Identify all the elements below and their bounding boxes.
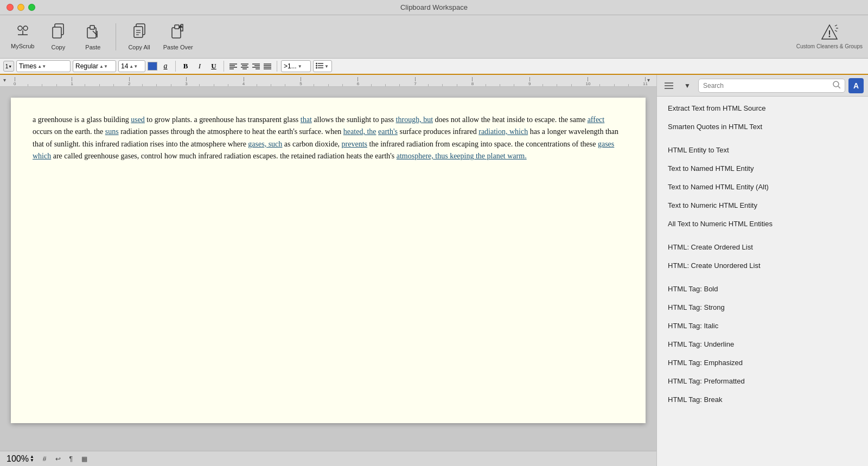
document-link[interactable]: used [131, 116, 145, 124]
panel-list-item-html-tag-preformatted[interactable]: HTML Tag: Preformatted [659, 372, 866, 390]
copy-all-button[interactable]: Copy All [123, 20, 155, 54]
document-link[interactable]: through, but [396, 116, 433, 124]
return-icon: ↩ [55, 455, 61, 463]
panel-menu-button[interactable] [661, 78, 676, 93]
more-options-label: >1... [284, 62, 297, 70]
ruler-tick: 0 [14, 77, 16, 86]
align-center-button[interactable] [239, 60, 250, 72]
list-num-btn[interactable]: 1 ▼ [3, 61, 14, 72]
more-chevron: ▼ [298, 64, 302, 69]
paste-over-icon [171, 23, 185, 43]
ruler-tick: 3 [185, 77, 187, 86]
copy-all-label: Copy All [128, 44, 150, 50]
ruler-tick: 10 [586, 77, 591, 86]
paragraph-icon: ¶ [69, 455, 73, 463]
panel-list-item-text-to-numeric-html[interactable]: Text to Numeric HTML Entity [659, 196, 866, 214]
ruler: ▾ ▾ 01234567891011 [0, 75, 656, 87]
document-link[interactable]: atmosphere, thus keeping the planet warm… [397, 152, 527, 160]
document-link[interactable]: radiation, which [478, 127, 528, 136]
panel-list-item-html-tag-break[interactable]: HTML Tag: Break [659, 391, 866, 408]
color-swatch[interactable] [148, 62, 157, 71]
paste-over-button[interactable]: Paste Over [158, 20, 199, 54]
panel-list-item-all-text-to-numeric[interactable]: All Text to Numeric HTML Entities [659, 215, 866, 233]
svg-rect-11 [134, 27, 143, 37]
document-link[interactable]: heated, the [343, 127, 376, 136]
format-sep-1 [175, 61, 176, 72]
search-icon[interactable] [833, 81, 840, 90]
panel-list-item-text-to-named-html[interactable]: Text to Named HTML Entity [659, 159, 866, 177]
panel-list-item-extract-text-html[interactable]: Extract Text from HTML Source [659, 99, 866, 117]
paste-icon [86, 23, 99, 43]
hash-button[interactable]: # [43, 455, 47, 463]
list-num-chevron: ▼ [8, 65, 12, 68]
list-select[interactable]: ▼ [313, 60, 332, 72]
bold-button[interactable]: B [180, 60, 192, 72]
panel-list-item-smarten-quotes[interactable]: Smarten Quotes in HTML Text [659, 118, 866, 136]
copy-all-icon [132, 23, 147, 43]
document-link[interactable]: suns [105, 127, 119, 136]
ruler-left-triangle: ▾ [3, 77, 6, 83]
ruler-tick: 7 [414, 77, 416, 86]
align-left-button[interactable] [228, 60, 239, 72]
size-chevron: ▲▼ [129, 64, 138, 69]
document-link[interactable]: gases, such [248, 140, 282, 148]
document-link[interactable]: that [301, 116, 312, 124]
panel-a-button[interactable]: A [848, 78, 864, 93]
panel-list-item-html-unordered-list[interactable]: HTML: Create Unordered List [659, 257, 866, 275]
zoom-control[interactable]: 100% ▲▼ [7, 454, 34, 464]
svg-point-1 [23, 26, 28, 30]
panel-list-item-html-tag-strong[interactable]: HTML Tag: Strong [659, 298, 866, 316]
list-chevron: ▼ [324, 64, 329, 69]
panel-list-item-html-tag-emphasized[interactable]: HTML Tag: Emphasized [659, 354, 866, 372]
more-options-select[interactable]: >1... ▼ [281, 60, 311, 72]
svg-line-8 [93, 31, 97, 35]
document-text-span: the infrared radiation from escaping int… [367, 140, 598, 148]
custom-cleaners-button[interactable]: Custom Cleaners & Groups [796, 24, 863, 49]
custom-cleaners-icon [821, 24, 838, 43]
panel-list-item-html-ordered-list[interactable]: HTML: Create Ordered List [659, 238, 866, 256]
search-box [698, 79, 845, 93]
paragraph-button[interactable]: ¶ [69, 455, 73, 463]
size-select[interactable]: 14 ▲▼ [118, 60, 145, 72]
italic-button[interactable]: I [194, 60, 206, 72]
svg-point-49 [833, 81, 839, 87]
document-area[interactable]: a greenhouse is a glass building used to… [0, 87, 656, 451]
panel-chevron-button[interactable]: ▼ [680, 78, 695, 93]
svg-line-21 [835, 25, 837, 26]
underline-button[interactable]: U [208, 60, 220, 72]
zoom-chevron: ▲▼ [30, 455, 34, 462]
document-link[interactable]: prevents [342, 140, 367, 148]
char-a-button[interactable]: a [159, 60, 171, 72]
copy-button[interactable]: Copy [42, 20, 74, 54]
return-button[interactable]: ↩ [55, 455, 61, 463]
document-text-span: allows the sunlight to pass [312, 116, 396, 124]
panel-list-item-html-tag-underline[interactable]: HTML Tag: Underline [659, 335, 866, 353]
myscrub-button[interactable]: MyScrub [5, 21, 40, 53]
panel-list-divider [657, 275, 868, 279]
close-button[interactable] [7, 4, 14, 11]
align-justify-button[interactable] [262, 60, 273, 72]
status-bar: 100% ▲▼ # ↩ ¶ ▦ [0, 451, 656, 466]
bold-label: B [183, 62, 188, 71]
style-select[interactable]: Regular ▲▼ [73, 60, 116, 72]
chart-button[interactable]: ▦ [81, 455, 87, 463]
minimize-button[interactable] [17, 4, 24, 11]
document-text-span: a greenhouse is a glass building [33, 116, 131, 124]
document-link[interactable]: affect [588, 116, 605, 124]
document-link[interactable]: earth's [378, 127, 398, 136]
toolbar: MyScrub Copy Paste [0, 15, 868, 59]
panel-list-item-html-entity-to-text[interactable]: HTML Entity to Text [659, 141, 866, 159]
paste-button[interactable]: Paste [76, 20, 109, 54]
align-right-button[interactable] [251, 60, 261, 72]
font-select[interactable]: Times ▲▼ [16, 60, 71, 72]
panel-list-item-html-tag-italic[interactable]: HTML Tag: Italic [659, 317, 866, 335]
svg-rect-5 [53, 27, 61, 38]
document-text-span: surface produces infrared [398, 127, 478, 136]
panel-list-item-text-to-named-html-alt[interactable]: Text to Named HTML Entity (Alt) [659, 178, 866, 196]
panel-list-item-html-tag-bold[interactable]: HTML Tag: Bold [659, 280, 866, 298]
right-panel-list: Extract Text from HTML SourceSmarten Quo… [657, 97, 868, 466]
document-text[interactable]: a greenhouse is a glass building used to… [33, 114, 624, 163]
search-input[interactable] [703, 82, 831, 90]
maximize-button[interactable] [28, 4, 35, 11]
svg-point-40 [316, 62, 317, 64]
